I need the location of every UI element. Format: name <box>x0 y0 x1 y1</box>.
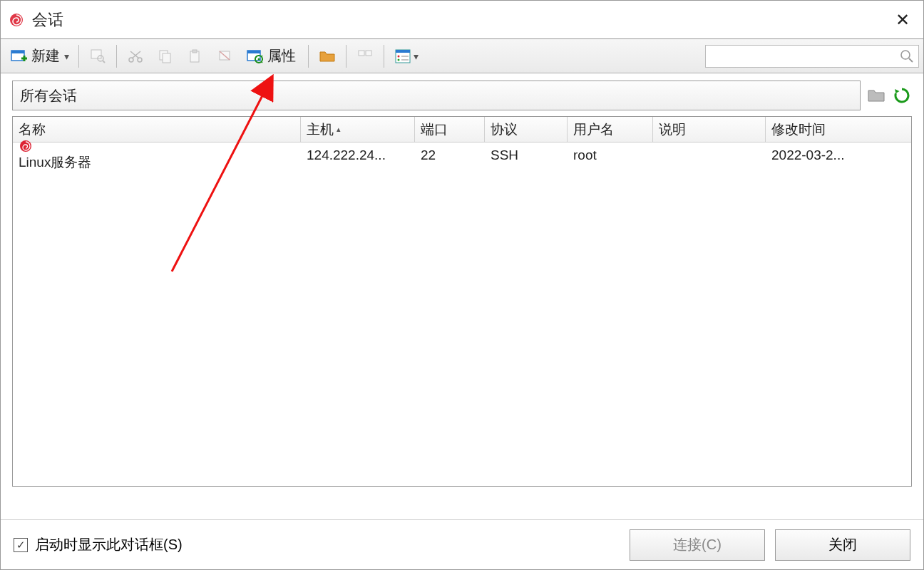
folder-icon <box>318 48 337 64</box>
separator <box>384 45 384 68</box>
checkbox-label: 启动时显示此对话框(S) <box>35 535 183 554</box>
tile-icon <box>356 48 374 64</box>
chevron-down-icon: ▾ <box>63 51 69 62</box>
svg-line-5 <box>103 61 105 63</box>
breadcrumb-field[interactable]: 所有会话 <box>12 81 861 110</box>
properties-icon <box>246 48 265 64</box>
cell-name: Linux服务器 <box>13 138 301 173</box>
new-label: 新建 <box>29 46 63 66</box>
table-row[interactable]: Linux服务器 124.222.24... 22 SSH root 2022-… <box>13 142 911 168</box>
copy-button[interactable] <box>151 45 180 68</box>
search-button[interactable] <box>83 45 112 68</box>
col-user[interactable]: 用户名 <box>568 117 653 142</box>
checkbox-icon: ✓ <box>14 538 28 552</box>
session-icon <box>19 139 33 153</box>
separator <box>308 45 309 68</box>
new-button[interactable]: 新建 ▾ <box>5 43 74 69</box>
new-session-icon <box>10 48 29 64</box>
separator <box>116 45 117 68</box>
title-bar: 会话 ✕ <box>1 1 923 39</box>
svg-rect-2 <box>11 51 24 53</box>
loupe-icon <box>88 48 107 64</box>
properties-button[interactable]: 属性 <box>241 43 304 69</box>
properties-label: 属性 <box>265 46 299 66</box>
svg-rect-13 <box>192 50 197 53</box>
session-list: 名称 主机▴ 端口 协议 用户名 说明 修改时间 Linux服务器 124.22… <box>12 116 912 487</box>
view-button[interactable]: ▾ <box>389 45 423 68</box>
svg-rect-20 <box>359 51 364 56</box>
svg-point-24 <box>398 55 400 57</box>
breadcrumb-row: 所有会话 <box>1 73 923 113</box>
col-modified[interactable]: 修改时间 <box>766 117 880 142</box>
svg-rect-17 <box>247 51 260 53</box>
delete-button[interactable] <box>211 45 240 68</box>
copy-icon <box>156 48 175 64</box>
svg-rect-21 <box>366 51 371 56</box>
svg-line-29 <box>909 58 913 62</box>
app-icon <box>8 11 25 28</box>
cell-user: root <box>568 146 653 165</box>
search-icon <box>900 49 914 63</box>
show-on-start-checkbox[interactable]: ✓ 启动时显示此对话框(S) <box>14 535 183 554</box>
chevron-down-icon: ▾ <box>412 51 419 62</box>
cell-modified: 2022-03-2... <box>766 146 880 165</box>
refresh-icon[interactable] <box>892 86 912 105</box>
cell-port: 22 <box>415 146 485 165</box>
close-icon[interactable]: ✕ <box>889 10 916 30</box>
svg-rect-3 <box>91 50 101 58</box>
svg-point-28 <box>901 51 910 59</box>
search-input[interactable] <box>710 49 900 63</box>
svg-point-25 <box>398 58 400 61</box>
svg-point-19 <box>258 58 260 60</box>
col-protocol[interactable]: 协议 <box>485 117 568 142</box>
tile-button[interactable] <box>351 45 379 68</box>
close-button[interactable]: 关闭 <box>775 529 910 561</box>
folder-open-icon[interactable] <box>866 86 886 105</box>
col-host[interactable]: 主机▴ <box>301 117 415 142</box>
delete-icon <box>216 48 235 64</box>
window-title: 会话 <box>32 9 889 31</box>
cell-desc <box>653 154 766 157</box>
connect-button[interactable]: 连接(C) <box>630 529 765 561</box>
breadcrumb-path: 所有会话 <box>20 86 77 105</box>
scissors-icon <box>126 48 145 64</box>
col-desc[interactable]: 说明 <box>653 117 766 142</box>
separator <box>346 45 346 68</box>
folder-button[interactable] <box>313 45 342 68</box>
paste-button[interactable] <box>181 45 210 68</box>
svg-rect-23 <box>396 50 410 53</box>
search-box[interactable] <box>705 45 919 68</box>
cell-protocol: SSH <box>485 146 568 165</box>
list-view-icon <box>394 48 412 64</box>
cut-button[interactable] <box>121 45 150 68</box>
sort-indicator-icon: ▴ <box>337 125 341 134</box>
cell-host: 124.222.24... <box>301 146 415 165</box>
separator <box>78 45 79 68</box>
toolbar: 新建 ▾ 属性 ▾ <box>1 39 923 73</box>
paste-icon <box>186 48 205 64</box>
svg-rect-11 <box>163 53 170 63</box>
col-port[interactable]: 端口 <box>415 117 485 142</box>
footer: ✓ 启动时显示此对话框(S) 连接(C) 关闭 <box>1 519 923 569</box>
